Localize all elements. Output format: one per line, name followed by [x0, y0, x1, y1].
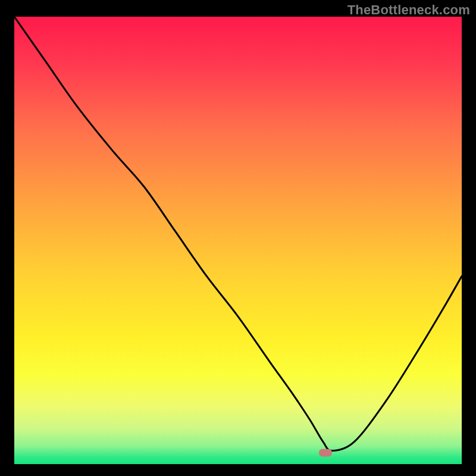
bottleneck-curve [14, 17, 462, 464]
chart-frame: TheBottleneck.com [0, 0, 476, 476]
highlight-marker [319, 449, 332, 457]
watermark-text: TheBottleneck.com [347, 2, 470, 18]
plot-area [14, 17, 462, 464]
